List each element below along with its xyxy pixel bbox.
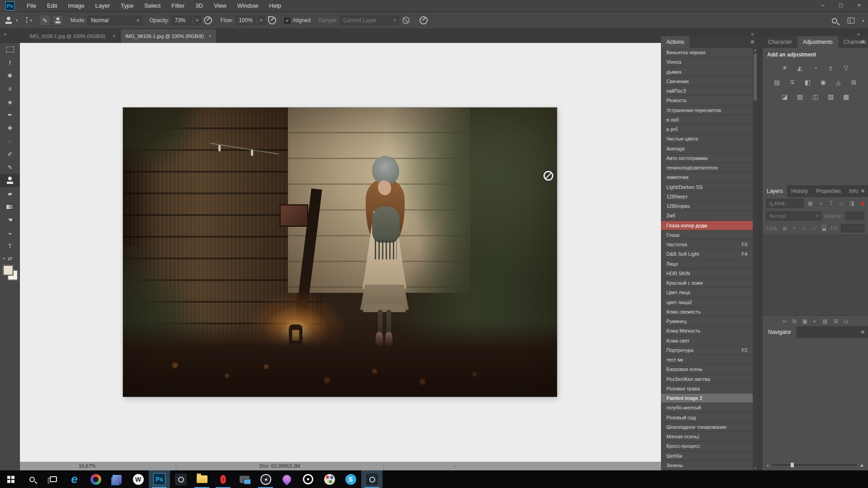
close-icon[interactable]: ×: [208, 33, 212, 39]
rectangular-marquee-tool[interactable]: [0, 43, 20, 56]
eyedropper-tool[interactable]: ✒: [0, 108, 20, 122]
document-tab[interactable]: IMG_9106-1.jpg @ 100% (RGB/8) ×: [25, 29, 121, 43]
adjustment-channel-mixer[interactable]: ◬: [833, 78, 844, 87]
skype-icon[interactable]: S: [340, 470, 361, 488]
layer-filter-toggle[interactable]: [861, 202, 864, 206]
capture-app-icon[interactable]: [361, 470, 382, 488]
minimize-button[interactable]: –: [814, 0, 832, 12]
crop-tool[interactable]: #: [0, 82, 20, 95]
chevron-down-icon[interactable]: ▾: [862, 19, 864, 23]
action-row[interactable]: Кожа свет: [661, 336, 753, 346]
brush-preset-picker[interactable]: 1 ▾: [22, 12, 36, 28]
paint-app-icon[interactable]: [276, 470, 297, 488]
adjustment-levels[interactable]: ◭: [795, 63, 806, 72]
zoom-in-icon[interactable]: ▲: [859, 462, 864, 468]
panel-menu-icon[interactable]: ≡: [750, 36, 754, 48]
action-row[interactable]: голубо-желтый: [661, 403, 753, 413]
zoom-out-icon[interactable]: ▲: [766, 464, 769, 467]
start-button[interactable]: [0, 470, 21, 488]
toggle-brush-panel-button[interactable]: ✎: [39, 15, 50, 26]
sample-select[interactable]: Current Layer▾: [340, 16, 399, 25]
filter-type-layers[interactable]: T: [827, 199, 835, 208]
art-app-icon[interactable]: [319, 470, 340, 488]
gradient-tool[interactable]: [0, 200, 20, 213]
filter-smart-objects[interactable]: ◨: [848, 199, 856, 208]
layer-styles-button[interactable]: fx: [792, 318, 796, 324]
tablet-size-pressure-icon[interactable]: [419, 15, 429, 25]
menu-item[interactable]: Edit: [42, 0, 62, 11]
menu-item[interactable]: Layer: [90, 0, 115, 11]
brush-tool[interactable]: ✎: [0, 161, 20, 174]
task-view-button[interactable]: [42, 470, 64, 488]
action-row[interactable]: Кожа Мягкость: [661, 326, 753, 336]
search-button[interactable]: [21, 470, 42, 488]
tab-navigator[interactable]: Navigator: [763, 326, 797, 338]
action-row[interactable]: Кросс-процесс: [661, 441, 753, 451]
action-row[interactable]: HDR SKIN: [661, 269, 753, 278]
adjustment-hue-saturation[interactable]: ▤: [772, 78, 783, 87]
navigator-zoom-slider[interactable]: [772, 465, 857, 465]
healing-brush-tool[interactable]: ✚: [0, 122, 20, 135]
action-row[interactable]: РозЗелЖел листва: [661, 375, 753, 384]
new-group-button[interactable]: ▤: [822, 318, 827, 324]
action-row[interactable]: Багровая осень: [661, 365, 753, 374]
action-row[interactable]: 2мб: [661, 211, 753, 221]
action-row[interactable]: Виньетка черная: [661, 48, 753, 57]
foreground-color-swatch[interactable]: [3, 265, 13, 275]
action-row[interactable]: Шебби: [661, 451, 753, 461]
default-colors-icon[interactable]: ▪▫: [3, 256, 5, 261]
filter-shape-layers[interactable]: ▱: [838, 199, 845, 208]
adjustment-brightness-contrast[interactable]: ☀: [779, 63, 790, 72]
adjustment-exposure[interactable]: ±: [826, 63, 836, 72]
lens-app-icon[interactable]: [297, 470, 319, 488]
tab-layers[interactable]: Layers: [763, 185, 787, 197]
eraser-tool[interactable]: ▰: [0, 187, 20, 200]
action-row[interactable]: D&B Soft Light F4: [661, 249, 753, 259]
action-row[interactable]: Чистые цвета: [661, 134, 753, 144]
lock-position[interactable]: ✛: [801, 225, 808, 232]
scroll-up-icon[interactable]: ▲: [753, 48, 758, 52]
action-row[interactable]: Румянец: [661, 317, 753, 326]
screen-recorder-icon[interactable]: [234, 470, 255, 488]
menu-item[interactable]: Type: [116, 0, 138, 11]
action-row[interactable]: Цвет лица: [661, 288, 753, 297]
action-row[interactable]: Портретура F2: [661, 346, 753, 355]
smudge-tool[interactable]: ☚: [0, 213, 20, 226]
tab-history[interactable]: History: [787, 185, 812, 197]
opacity-dropdown[interactable]: ▾: [193, 16, 201, 25]
tab-adjustments[interactable]: Adjustments: [797, 36, 838, 48]
adjustment-photo-filter[interactable]: ◉: [818, 78, 829, 87]
layer-opacity-field[interactable]: [845, 212, 864, 220]
action-row[interactable]: Мягкая осень): [661, 432, 753, 441]
action-row[interactable]: 1280верт: [661, 192, 753, 202]
paint-bucket-tool[interactable]: ◈: [0, 95, 20, 108]
action-row[interactable]: тенихолод\светатепло: [661, 163, 753, 173]
slider-thumb[interactable]: [791, 463, 794, 467]
link-layers-button[interactable]: ∞: [783, 318, 787, 324]
maximize-button[interactable]: □: [832, 0, 850, 12]
tab-character[interactable]: Character: [763, 36, 797, 48]
dodge-tool[interactable]: ◒: [0, 226, 20, 239]
canvas-area[interactable]: [20, 43, 661, 462]
adjustment-gradient-map[interactable]: ▧: [826, 92, 836, 101]
zoom-level-field[interactable]: 16,67%: [79, 462, 106, 470]
tab-actions[interactable]: Actions: [661, 36, 689, 48]
action-row[interactable]: Глаза колор додж: [661, 221, 753, 230]
document-tab[interactable]: IMG_9й106-1.jpg @ 100% (RGB/8) ×: [121, 29, 217, 43]
clone-stamp-tool[interactable]: [0, 174, 20, 187]
status-chevron-icon[interactable]: ›: [454, 462, 456, 470]
mixer-brush-tool[interactable]: ✐: [0, 148, 20, 161]
workspace-switcher-icon[interactable]: [846, 16, 856, 26]
adjustment-threshold[interactable]: ◫: [810, 92, 821, 101]
action-row[interactable]: Частотка F3: [661, 240, 753, 249]
aligned-checkbox[interactable]: ✓: [284, 18, 290, 23]
wattpad-icon[interactable]: W: [127, 470, 149, 488]
action-row[interactable]: в ргб: [661, 125, 753, 134]
new-layer-button[interactable]: ⊞: [834, 318, 838, 324]
action-row[interactable]: Average: [661, 144, 753, 154]
lock-all[interactable]: [821, 225, 828, 232]
search-icon[interactable]: [830, 16, 840, 26]
quick-selection-tool[interactable]: ✱: [0, 69, 20, 82]
document-canvas[interactable]: [123, 108, 557, 397]
adjustment-invert[interactable]: ◪: [779, 92, 790, 101]
